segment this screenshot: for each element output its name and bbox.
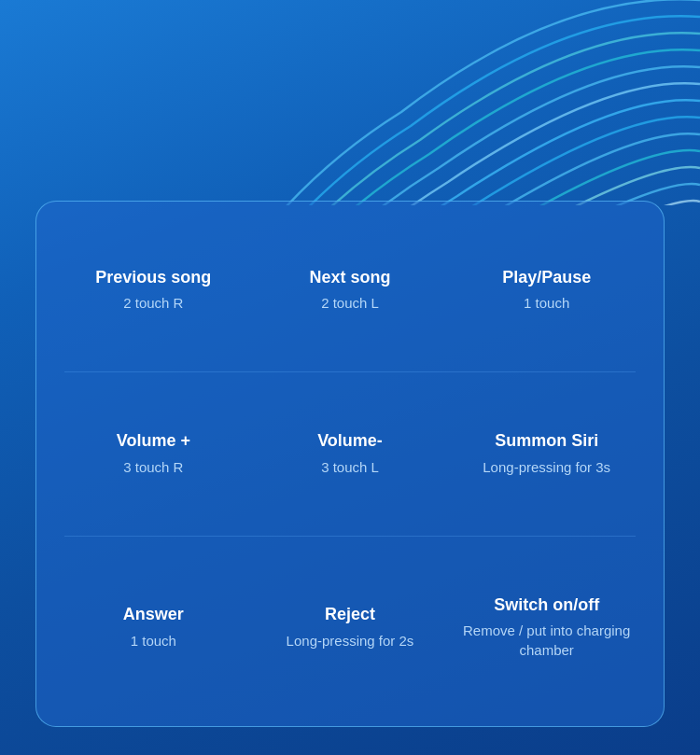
summon-siri-title: Summon Siri <box>495 431 598 452</box>
divider-1 <box>64 371 636 372</box>
switch-onoff-title: Switch on/off <box>494 595 599 616</box>
shortcuts-card: Previous song 2 touch R Next song 2 touc… <box>35 201 665 727</box>
next-song-sub: 2 touch L <box>321 293 379 313</box>
cell-summon-siri: Summon Siri Long-pressing for 3s <box>448 424 645 484</box>
row-2: Volume + 3 touch R Volume- 3 touch L Sum… <box>55 414 645 494</box>
divider-2 <box>64 536 636 537</box>
play-pause-sub: 1 touch <box>524 293 569 313</box>
decoration-svg: .deco-line { fill: none; stroke-width: 2… <box>233 0 700 205</box>
volume-down-sub: 3 touch L <box>321 457 379 477</box>
reject-sub: Long-pressing for 2s <box>287 631 414 650</box>
volume-up-sub: 3 touch R <box>123 457 183 477</box>
cell-previous-song: Previous song 2 touch R <box>55 260 252 321</box>
row-3: Answer 1 touch Reject Long-pressing for … <box>55 579 645 678</box>
row-1: Previous song 2 touch R Next song 2 touc… <box>55 251 645 330</box>
cell-play-pause: Play/Pause 1 touch <box>448 260 645 321</box>
answer-title: Answer <box>123 605 184 625</box>
cell-next-song: Next song 2 touch L <box>252 260 449 321</box>
answer-sub: 1 touch <box>131 631 176 650</box>
summon-siri-sub: Long-pressing for 3s <box>483 457 610 477</box>
cell-volume-up: Volume + 3 touch R <box>55 424 252 484</box>
previous-song-sub: 2 touch R <box>123 293 183 313</box>
cell-switch-onoff: Switch on/off Remove / put into charging… <box>448 588 645 668</box>
cell-volume-down: Volume- 3 touch L <box>252 424 449 484</box>
previous-song-title: Previous song <box>95 268 211 288</box>
volume-down-title: Volume- <box>317 431 383 452</box>
cell-answer: Answer 1 touch <box>55 588 252 668</box>
cell-reject: Reject Long-pressing for 2s <box>252 588 449 668</box>
next-song-title: Next song <box>309 268 390 288</box>
reject-title: Reject <box>325 605 375 625</box>
switch-onoff-sub: Remove / put into charging chamber <box>457 621 636 660</box>
volume-up-title: Volume + <box>117 431 190 452</box>
play-pause-title: Play/Pause <box>502 268 591 288</box>
